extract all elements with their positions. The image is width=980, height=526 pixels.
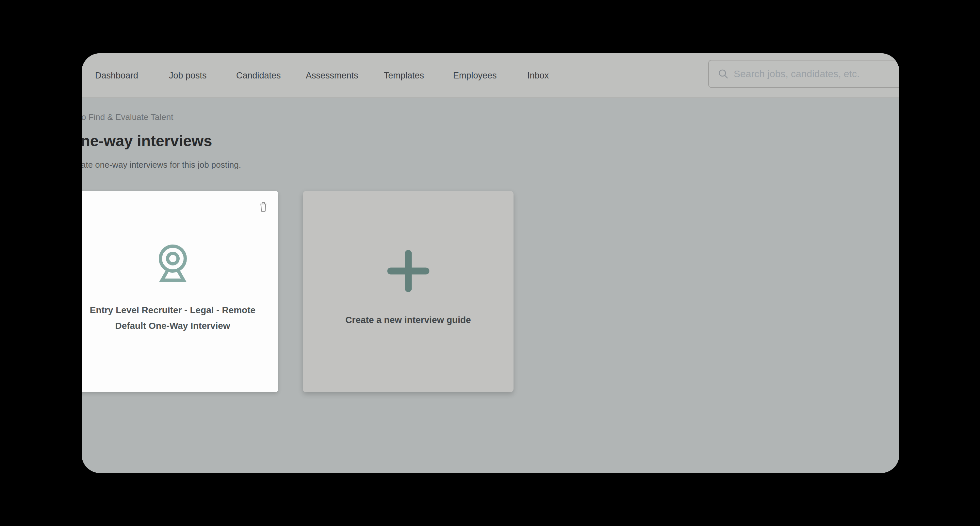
nav-item-dashboard[interactable]: Dashboard bbox=[95, 70, 138, 80]
plus-icon bbox=[386, 249, 431, 295]
search-icon bbox=[718, 69, 729, 79]
interview-guide-card[interactable]: Entry Level Recruiter - Legal - Remote D… bbox=[82, 191, 278, 392]
app-window: Dashboard Job posts Candidates Assessmen… bbox=[82, 53, 899, 473]
search-input[interactable] bbox=[734, 69, 899, 80]
create-interview-guide-card[interactable]: Create a new interview guide bbox=[303, 191, 514, 392]
create-guide-label: Create a new interview guide bbox=[303, 312, 514, 328]
interview-guide-title: Entry Level Recruiter - Legal - Remote D… bbox=[82, 302, 278, 334]
nav-item-candidates[interactable]: Candidates bbox=[236, 70, 281, 80]
page-title: ne-way interviews bbox=[82, 132, 212, 150]
nav-item-templates[interactable]: Templates bbox=[384, 70, 424, 80]
nav-item-assessments[interactable]: Assessments bbox=[306, 70, 358, 80]
trash-icon bbox=[259, 202, 267, 212]
breadcrumb[interactable]: o Find & Evaluate Talent bbox=[82, 112, 173, 122]
nav-item-inbox[interactable]: Inbox bbox=[527, 70, 549, 80]
top-navbar: Dashboard Job posts Candidates Assessmen… bbox=[82, 53, 899, 98]
nav-item-employees[interactable]: Employees bbox=[453, 70, 497, 80]
search-box[interactable] bbox=[708, 60, 899, 88]
nav-item-job-posts[interactable]: Job posts bbox=[169, 70, 207, 80]
interview-guide-title-line2: Default One-Way Interview bbox=[82, 318, 278, 334]
webcam-icon bbox=[157, 242, 188, 284]
page-subtitle: ate one-way interviews for this job post… bbox=[82, 160, 241, 170]
delete-guide-button[interactable] bbox=[258, 201, 269, 213]
interview-guide-title-line1: Entry Level Recruiter - Legal - Remote bbox=[82, 302, 278, 318]
